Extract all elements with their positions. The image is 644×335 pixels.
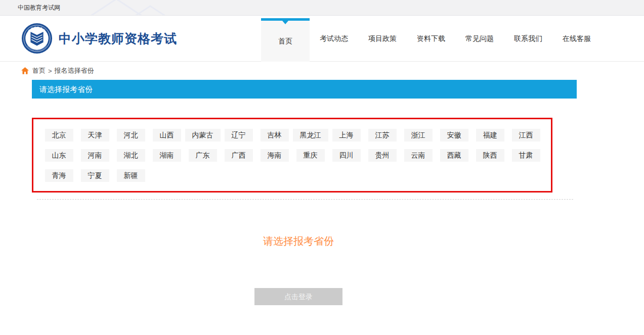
nav-item-label: 考试动态 <box>320 34 348 43</box>
main-nav: 首页考试动态项目政策资料下载常见问题联系我们在线客服 <box>261 16 601 62</box>
province-button[interactable]: 甘肃 <box>512 149 540 162</box>
nav-item-label: 资料下载 <box>417 34 445 43</box>
nav-item-label: 联系我们 <box>514 34 542 43</box>
breadcrumb-home[interactable]: 首页 <box>32 66 46 75</box>
nav-item-label: 在线客服 <box>563 34 591 43</box>
province-button[interactable]: 上海 <box>332 129 361 141</box>
province-button[interactable]: 吉林 <box>261 129 289 141</box>
nav-item-home[interactable]: 首页 <box>261 18 310 62</box>
brand[interactable]: 教师资格考试 National Teacher Certification Ex… <box>21 23 177 54</box>
province-button[interactable]: 广西 <box>225 149 253 162</box>
breadcrumb-separator: > <box>48 67 52 75</box>
province-button[interactable]: 内蒙古 <box>185 129 221 141</box>
province-button[interactable]: 广东 <box>189 149 217 162</box>
province-button[interactable]: 云南 <box>404 149 433 162</box>
select-province-message: 请选择报考省份 <box>20 236 577 246</box>
province-button[interactable]: 黑龙江 <box>293 129 328 141</box>
nav-item-online-service[interactable]: 在线客服 <box>552 16 601 62</box>
province-button[interactable]: 天津 <box>81 129 109 141</box>
province-button[interactable]: 海南 <box>261 149 289 162</box>
home-icon[interactable] <box>21 67 29 74</box>
province-button[interactable]: 四川 <box>332 149 361 162</box>
province-button[interactable]: 浙江 <box>404 129 433 141</box>
province-button[interactable]: 山东 <box>45 149 73 162</box>
province-button[interactable]: 江苏 <box>368 129 397 141</box>
province-button[interactable]: 河北 <box>117 129 145 141</box>
login-button[interactable]: 点击登录 <box>254 288 342 305</box>
breadcrumb: 首页 > 报名选择省份 <box>0 62 644 80</box>
site-name[interactable]: 中国教育考试网 <box>18 4 60 11</box>
section-banner: 请选择报考省份 <box>32 80 577 99</box>
province-button[interactable]: 江西 <box>512 129 540 141</box>
breadcrumb-current: 报名选择省份 <box>55 66 94 75</box>
province-button[interactable]: 新疆 <box>117 169 145 182</box>
topbar: 中国教育考试网 <box>0 0 644 16</box>
nav-item-label: 常见问题 <box>465 34 494 43</box>
nav-item-policy[interactable]: 项目政策 <box>358 16 407 62</box>
province-button[interactable]: 安徽 <box>440 129 468 141</box>
province-button[interactable]: 湖南 <box>153 149 181 162</box>
nav-item-faq[interactable]: 常见问题 <box>455 16 504 62</box>
province-button[interactable]: 贵州 <box>368 149 397 162</box>
province-button[interactable]: 陕西 <box>476 149 504 162</box>
province-button[interactable]: 宁夏 <box>81 169 109 182</box>
section-banner-title: 请选择报考省份 <box>39 85 93 93</box>
nav-item-contact-us[interactable]: 联系我们 <box>504 16 552 62</box>
nav-item-exam-news[interactable]: 考试动态 <box>310 16 358 62</box>
province-button[interactable]: 福建 <box>476 129 504 141</box>
province-button[interactable]: 青海 <box>45 169 73 182</box>
nav-item-label: 首页 <box>278 37 292 46</box>
province-button[interactable]: 山西 <box>153 129 181 141</box>
province-button[interactable]: 湖北 <box>117 149 145 162</box>
nav-item-downloads[interactable]: 资料下载 <box>407 16 455 62</box>
dashed-divider <box>37 199 573 200</box>
province-picker: 北京天津河北山西内蒙古辽宁吉林黑龙江上海江苏浙江安徽福建江西山东河南湖北湖南广东… <box>32 118 552 193</box>
province-button[interactable]: 重庆 <box>296 149 325 162</box>
province-row: 青海宁夏新疆 <box>41 169 551 182</box>
province-button[interactable]: 北京 <box>45 129 73 141</box>
header: 教师资格考试 National Teacher Certification Ex… <box>0 16 644 62</box>
province-row: 北京天津河北山西内蒙古辽宁吉林黑龙江上海江苏浙江安徽福建江西 <box>41 129 551 141</box>
teacher-certification-logo-icon: 教师资格考试 National Teacher Certification Ex… <box>21 23 53 54</box>
province-button[interactable]: 西藏 <box>440 149 468 162</box>
page-title: 中小学教师资格考试 <box>59 30 177 47</box>
nav-item-label: 项目政策 <box>368 34 397 43</box>
province-button[interactable]: 河南 <box>81 149 109 162</box>
mountain-decoration-icon <box>76 0 218 16</box>
province-button[interactable]: 辽宁 <box>225 129 253 141</box>
province-row: 山东河南湖北湖南广东广西海南重庆四川贵州云南西藏陕西甘肃 <box>41 149 551 162</box>
